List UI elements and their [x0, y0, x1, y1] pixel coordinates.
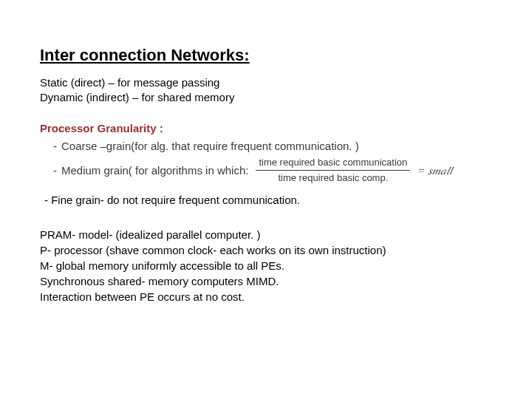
pram-line-5: Interaction between PE occurs at no cost… — [40, 289, 492, 304]
equation-tail: = 𝑠𝑚𝑎𝑙𝑙 — [417, 162, 452, 180]
slide-title: Inter connection Networks: — [40, 46, 492, 65]
intro-block: Static (direct) – for message passing Dy… — [40, 75, 492, 106]
bullet-dash-icon: - — [53, 162, 57, 180]
granularity-header: Processor Granularity : — [40, 122, 492, 134]
intro-line-dynamic: Dynamic (indirect) – for shared memory — [40, 90, 492, 105]
granularity-list: - Coarse –grain(for alg. that require fr… — [40, 137, 492, 187]
pram-line-1: PRAM- model- (idealized parallel compute… — [40, 227, 492, 242]
pram-line-3: M- global memory uniformly accessible to… — [40, 258, 492, 273]
fraction-denominator: time required basic comp. — [275, 171, 391, 186]
granularity-image-region: Processor Granularity : - Coarse –grain(… — [40, 122, 492, 187]
intro-line-static: Static (direct) – for message passing — [40, 75, 492, 90]
fraction-numerator: time required basic communication — [256, 155, 410, 171]
bullet-dash-icon: - — [53, 137, 57, 155]
granularity-coarse-text: Coarse –grain(for alg. that require freq… — [61, 137, 359, 155]
granularity-medium-prefix: Medium grain( for algorithms in which: — [61, 162, 248, 180]
pram-line-2: P- processor (shave common clock- each w… — [40, 242, 492, 258]
granularity-medium: - Medium grain( for algorithms in which:… — [53, 155, 492, 187]
slide-content: Inter connection Networks: Static (direc… — [0, 0, 532, 399]
pram-line-4: Synchronous shared- memory computers MIM… — [40, 273, 492, 289]
fraction: time required basic communication time r… — [256, 155, 410, 187]
fine-grain-line: - Fine grain- do not require frequent co… — [44, 194, 492, 206]
granularity-coarse: - Coarse –grain(for alg. that require fr… — [53, 137, 492, 155]
pram-block: PRAM- model- (idealized parallel compute… — [40, 227, 492, 304]
